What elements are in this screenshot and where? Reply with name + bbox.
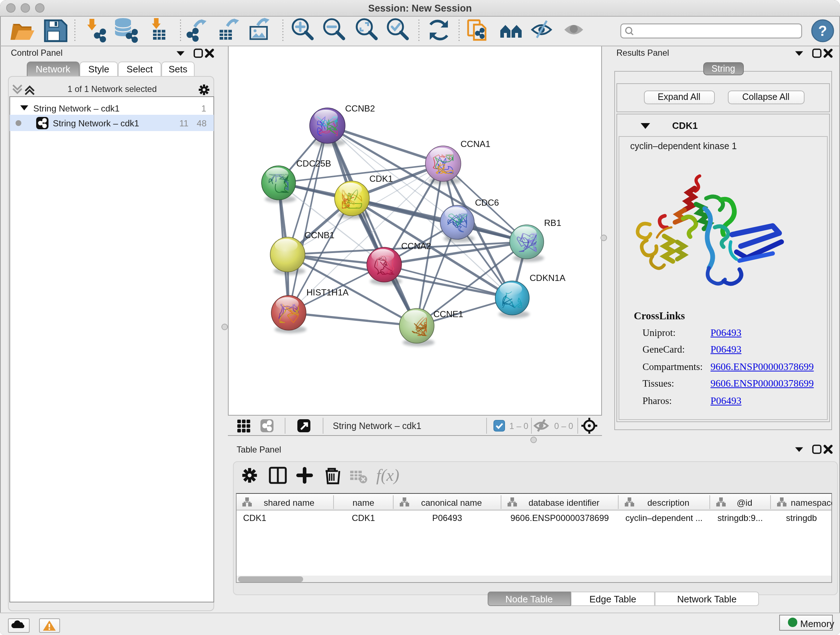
svg-text:CCNB2: CCNB2 bbox=[345, 103, 375, 113]
svg-text:name: name bbox=[352, 497, 374, 507]
svg-text:48: 48 bbox=[196, 118, 206, 128]
svg-text:String Network – cdk1: String Network – cdk1 bbox=[332, 420, 421, 431]
svg-text:HIST1H1A: HIST1H1A bbox=[306, 287, 348, 297]
svg-text:CCNB1: CCNB1 bbox=[304, 230, 334, 240]
svg-text:description: description bbox=[647, 497, 689, 507]
svg-text:RB1: RB1 bbox=[544, 218, 561, 228]
svg-text:String Network – cdk1: String Network – cdk1 bbox=[33, 103, 119, 113]
svg-text:@id: @id bbox=[736, 497, 752, 507]
svg-text:1 – 0: 1 – 0 bbox=[509, 421, 528, 431]
svg-text:0 – 0: 0 – 0 bbox=[554, 421, 573, 431]
svg-text:String Network – cdk1: String Network – cdk1 bbox=[52, 118, 139, 128]
svg-text:9606.ENSP00000378699: 9606.ENSP00000378699 bbox=[510, 513, 608, 523]
svg-text:CDC6: CDC6 bbox=[475, 198, 499, 207]
svg-text:stringdb:9...: stringdb:9... bbox=[717, 513, 762, 523]
svg-text:CCNE1: CCNE1 bbox=[433, 309, 463, 319]
svg-text:1: 1 bbox=[201, 103, 206, 113]
svg-text:P06493: P06493 bbox=[432, 513, 462, 523]
svg-text:namespace: namespace bbox=[790, 497, 832, 507]
svg-text:CDKN1A: CDKN1A bbox=[529, 273, 565, 283]
svg-text:f(x): f(x) bbox=[376, 466, 399, 485]
svg-text:CCNA1: CCNA1 bbox=[460, 139, 490, 149]
svg-text:CDC25B: CDC25B bbox=[296, 158, 331, 168]
svg-text:CDK1: CDK1 bbox=[351, 513, 374, 523]
svg-text:database identifier: database identifier bbox=[528, 497, 599, 507]
svg-text:stringdb: stringdb bbox=[786, 513, 816, 523]
svg-text:?: ? bbox=[818, 23, 827, 39]
svg-text:canonical name: canonical name bbox=[421, 497, 482, 507]
svg-text:11: 11 bbox=[179, 118, 188, 128]
svg-text:cyclin–dependent ...: cyclin–dependent ... bbox=[625, 513, 702, 523]
svg-text:CDK1: CDK1 bbox=[243, 513, 266, 523]
svg-text:CDK1: CDK1 bbox=[369, 174, 393, 184]
svg-text:CCNA2: CCNA2 bbox=[401, 241, 431, 251]
svg-text:shared name: shared name bbox=[264, 497, 314, 507]
